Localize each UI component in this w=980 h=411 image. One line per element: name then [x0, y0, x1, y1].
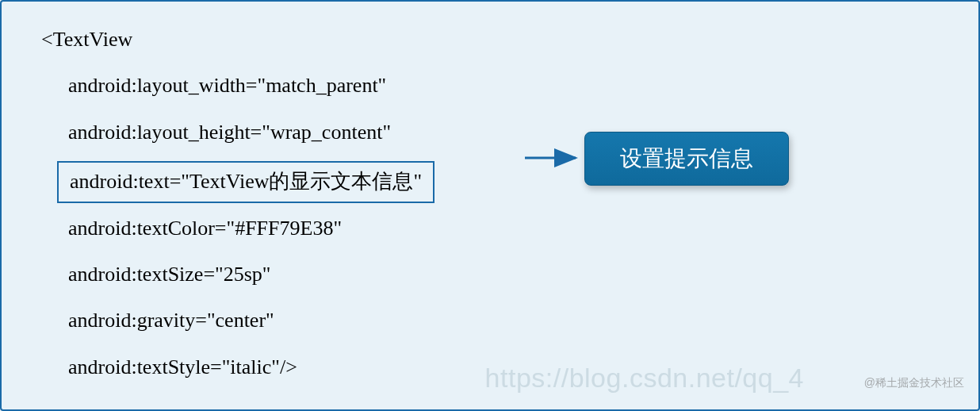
code-line-4: android:text="TextView的显示文本信息" — [70, 170, 422, 193]
code-line-5: android:textColor="#FFF79E38" — [41, 214, 939, 243]
code-line-2: android:layout_width="match_parent" — [41, 71, 939, 100]
code-block: <TextView android:layout_width="match_pa… — [2, 2, 978, 411]
code-line-3: android:layout_height="wrap_content" — [41, 118, 939, 147]
watermark-juejin: @稀土掘金技术社区 — [864, 376, 964, 390]
watermark-csdn: https://blog.csdn.net/qq_4 — [485, 363, 804, 394]
code-line-6: android:textSize="25sp" — [41, 260, 939, 289]
arrow-icon — [525, 146, 588, 170]
highlighted-code-line: android:text="TextView的显示文本信息" — [57, 161, 434, 202]
callout-box: 设置提示信息 — [584, 132, 789, 186]
code-line-1: <TextView — [41, 25, 939, 54]
callout-container: 设置提示信息 — [584, 132, 789, 186]
code-line-7: android:gravity="center" — [41, 306, 939, 335]
callout-label: 设置提示信息 — [620, 146, 753, 171]
